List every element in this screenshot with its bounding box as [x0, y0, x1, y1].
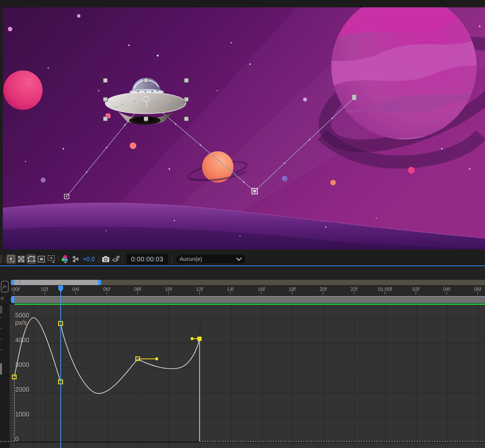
lightning-icon — [7, 255, 15, 263]
rgb-channels-icon — [61, 255, 69, 264]
value-label: 2000 — [15, 386, 29, 393]
work-area-bar[interactable] — [14, 280, 98, 285]
ruler-tick-label: 20f — [319, 286, 327, 292]
ruler-tick-label: 12f — [196, 286, 203, 292]
ruler-tick-label: 02f — [41, 286, 48, 292]
ruler-tick-label: 0:00f — [11, 286, 19, 292]
chevron-down-icon — [236, 258, 242, 261]
ruler-tick-mark — [323, 292, 323, 294]
graph-pan-handle[interactable] — [11, 296, 14, 303]
work-area-marker — [19, 280, 20, 285]
ruler-tick-mark — [292, 292, 292, 294]
ruler-tick-mark — [261, 292, 261, 294]
ruler-tick-mark — [14, 292, 14, 294]
zero-value-line — [10, 441, 485, 442]
top-panel-bar — [0, 0, 485, 8]
target-crosshair-icon — [47, 255, 56, 263]
work-area-end-handle[interactable] — [98, 280, 101, 285]
panel-gap — [0, 250, 485, 253]
viewer-toolbar: +0.0 0:00:00:03 Aucun(e) — [0, 253, 485, 265]
eye-snapshot-icon — [112, 256, 120, 263]
guides-options-button[interactable] — [46, 254, 57, 264]
fast-previews-button[interactable] — [6, 254, 16, 264]
ruler-tick-label: 18f — [289, 286, 296, 292]
exposure-button[interactable] — [70, 254, 80, 264]
small-coral-planet — [130, 142, 136, 149]
small-purple-planet — [282, 176, 287, 181]
handle-mid-right[interactable] — [184, 97, 188, 102]
graph-pan-bar[interactable] — [14, 296, 485, 303]
checkerboard-icon — [18, 256, 24, 262]
ruler-tick-label: 06f — [103, 286, 110, 292]
ruler-tick-label: 10f — [165, 286, 172, 292]
playhead-line[interactable] — [60, 285, 61, 448]
value-label: 4000 — [15, 336, 29, 344]
small-magenta-planet — [408, 167, 415, 173]
handle-top-right[interactable] — [184, 78, 188, 83]
ruler-tick-mark — [230, 292, 231, 294]
ruler-tick-label: 14f — [227, 286, 234, 292]
shutter-iris-icon — [71, 255, 79, 263]
value-label: 5000 px/s — [15, 312, 29, 326]
ruler-tick-label: 04f — [72, 286, 79, 292]
handle-bottom-right[interactable] — [184, 117, 188, 121]
graph-left-panel — [0, 303, 10, 448]
region-of-interest-button[interactable] — [36, 254, 46, 264]
ruler-tick-label: 16f — [258, 286, 265, 292]
ruler-tick-mark — [168, 292, 169, 294]
side-tab-fragment — [0, 306, 2, 314]
ruler-tick-mark — [75, 292, 76, 294]
small-moon — [41, 178, 46, 183]
ruler-tick-label: 06f — [474, 286, 481, 292]
graph-editor-area[interactable] — [10, 305, 485, 448]
ruler-tick-label: 02f — [412, 286, 419, 292]
grip-mark — [1, 299, 4, 300]
value-label: 3000 — [15, 361, 29, 368]
ruler-tick-mark — [385, 292, 385, 294]
clipped-button-fragment — [0, 255, 3, 263]
exposure-value[interactable]: +0.0 — [83, 256, 95, 263]
vertical-scrollbar-thumb[interactable] — [0, 363, 2, 375]
mask-path-icon — [27, 256, 35, 263]
snapshot-button[interactable] — [101, 254, 111, 264]
ruler-tick-mark — [354, 292, 354, 294]
handle-mid-left[interactable] — [103, 97, 107, 102]
mask-visibility-button[interactable] — [26, 254, 36, 264]
camera-icon — [102, 256, 110, 262]
ruler-tick-label: 04f — [443, 286, 450, 292]
transparency-grid-button[interactable] — [16, 254, 26, 264]
ruler-tick-mark — [416, 292, 416, 294]
handle-top-center[interactable] — [144, 78, 148, 83]
channel-settings-button[interactable] — [60, 254, 70, 264]
ruler-tick-mark — [45, 292, 45, 294]
ruler-tick-label: 08f — [134, 286, 141, 292]
work-area-start-handle[interactable] — [11, 280, 14, 285]
time-ruler[interactable]: 0:00f02f04f06f08f10f12f14f16f18f20f22f01… — [11, 285, 485, 295]
region-of-interest-icon — [38, 256, 45, 262]
grip-mark — [1, 297, 4, 298]
ruler-tick-mark — [137, 292, 138, 294]
space-scene — [3, 7, 485, 250]
ruler-tick-mark — [106, 292, 107, 294]
value-label: 1000 — [15, 411, 29, 418]
pink-planet — [3, 70, 43, 110]
timecode-display[interactable]: 0:00:00:03 — [126, 254, 168, 264]
small-orange-planet — [330, 180, 336, 185]
comp-marker-icon[interactable] — [1, 281, 9, 292]
ruler-tick-label: 22f — [351, 286, 358, 292]
handle-bottom-left[interactable] — [103, 117, 107, 121]
ruler-tick-mark — [446, 292, 447, 294]
ruler-tick-label: 01:00f — [378, 286, 392, 292]
ruler-tick-mark — [199, 292, 200, 294]
show-snapshot-button[interactable] — [111, 254, 121, 264]
view-layout-dropdown[interactable]: Aucun(e) — [176, 255, 245, 263]
value-label: 0 — [15, 435, 19, 443]
handle-top-left[interactable] — [103, 78, 107, 83]
ruler-tick-mark — [477, 292, 478, 294]
handle-bottom-center[interactable] — [144, 117, 148, 121]
path-vertex-end[interactable] — [352, 95, 356, 100]
view-layout-value: Aucun(e) — [180, 256, 202, 262]
composition-viewer[interactable] — [3, 7, 485, 250]
